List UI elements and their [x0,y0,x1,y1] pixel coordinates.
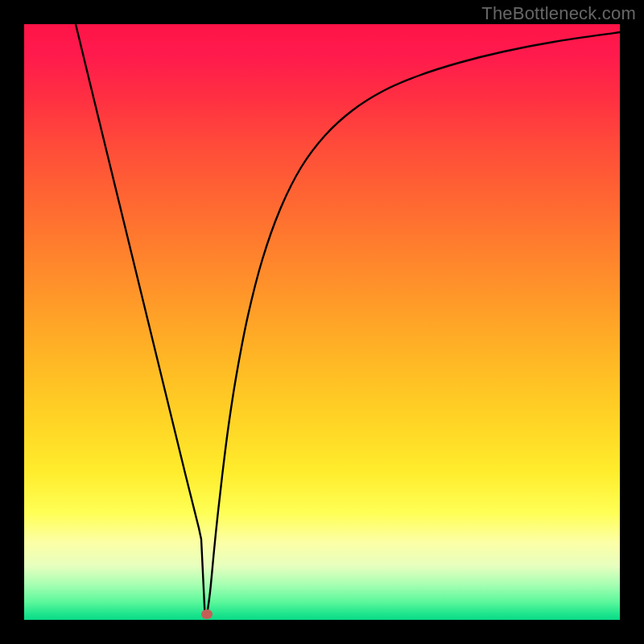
chart-canvas: TheBottleneck.com [0,0,644,644]
watermark-text: TheBottleneck.com [481,3,636,24]
bottleneck-curve [24,24,620,620]
plot-area [24,24,620,620]
optimum-marker [201,609,213,619]
